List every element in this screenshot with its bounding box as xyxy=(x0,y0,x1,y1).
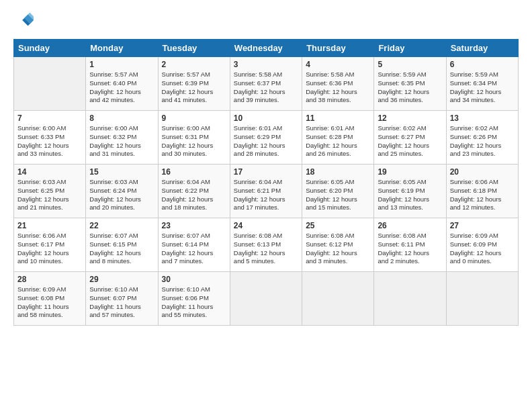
calendar-cell: 17Sunrise: 6:04 AM Sunset: 6:21 PM Dayli… xyxy=(230,165,302,218)
day-number: 11 xyxy=(306,113,370,123)
day-number: 14 xyxy=(17,167,82,177)
day-number: 22 xyxy=(89,221,154,230)
day-info: Sunrise: 6:01 AM Sunset: 6:29 PM Dayligh… xyxy=(234,124,298,158)
calendar-cell: 8Sunrise: 6:00 AM Sunset: 6:32 PM Daylig… xyxy=(86,111,158,165)
calendar-cell: 9Sunrise: 6:00 AM Sunset: 6:31 PM Daylig… xyxy=(158,111,230,165)
day-number: 28 xyxy=(17,275,82,284)
col-header-sunday: Sunday xyxy=(14,40,86,57)
day-info: Sunrise: 6:01 AM Sunset: 6:28 PM Dayligh… xyxy=(306,124,370,158)
col-header-wednesday: Wednesday xyxy=(230,40,302,57)
calendar-table: SundayMondayTuesdayWednesdayThursdayFrid… xyxy=(13,39,519,326)
calendar-cell: 15Sunrise: 6:03 AM Sunset: 6:24 PM Dayli… xyxy=(86,165,158,218)
calendar-cell: 5Sunrise: 5:59 AM Sunset: 6:35 PM Daylig… xyxy=(374,57,446,111)
header-row: SundayMondayTuesdayWednesdayThursdayFrid… xyxy=(14,40,519,57)
day-number: 4 xyxy=(306,60,370,69)
day-info: Sunrise: 5:57 AM Sunset: 6:39 PM Dayligh… xyxy=(162,71,226,105)
day-number: 30 xyxy=(162,275,226,284)
day-info: Sunrise: 6:00 AM Sunset: 6:33 PM Dayligh… xyxy=(17,124,82,158)
day-info: Sunrise: 5:57 AM Sunset: 6:40 PM Dayligh… xyxy=(89,71,154,105)
day-number: 5 xyxy=(378,60,442,69)
day-info: Sunrise: 6:07 AM Sunset: 6:15 PM Dayligh… xyxy=(89,232,154,266)
day-info: Sunrise: 6:02 AM Sunset: 6:26 PM Dayligh… xyxy=(450,124,515,158)
col-header-monday: Monday xyxy=(86,40,158,57)
day-number: 8 xyxy=(89,113,154,123)
calendar-cell: 19Sunrise: 6:05 AM Sunset: 6:19 PM Dayli… xyxy=(374,165,446,218)
col-header-friday: Friday xyxy=(374,40,446,57)
week-row-3: 14Sunrise: 6:03 AM Sunset: 6:25 PM Dayli… xyxy=(14,165,519,218)
calendar-cell: 20Sunrise: 6:06 AM Sunset: 6:18 PM Dayli… xyxy=(446,165,518,218)
calendar-cell: 26Sunrise: 6:08 AM Sunset: 6:11 PM Dayli… xyxy=(374,218,446,272)
day-number: 10 xyxy=(234,113,298,123)
day-info: Sunrise: 5:59 AM Sunset: 6:35 PM Dayligh… xyxy=(378,71,442,105)
calendar-cell: 2Sunrise: 5:57 AM Sunset: 6:39 PM Daylig… xyxy=(158,57,230,111)
calendar-cell: 7Sunrise: 6:00 AM Sunset: 6:33 PM Daylig… xyxy=(14,111,86,165)
calendar-cell: 6Sunrise: 5:59 AM Sunset: 6:34 PM Daylig… xyxy=(446,57,518,111)
header xyxy=(13,11,519,32)
calendar-cell xyxy=(302,272,374,326)
calendar-cell xyxy=(374,272,446,326)
day-number: 20 xyxy=(450,167,515,177)
day-info: Sunrise: 6:04 AM Sunset: 6:22 PM Dayligh… xyxy=(162,178,226,212)
day-number: 9 xyxy=(162,113,226,123)
day-number: 29 xyxy=(89,275,154,284)
calendar-cell: 14Sunrise: 6:03 AM Sunset: 6:25 PM Dayli… xyxy=(14,165,86,218)
day-number: 25 xyxy=(306,221,370,230)
calendar-cell: 18Sunrise: 6:05 AM Sunset: 6:20 PM Dayli… xyxy=(302,165,374,218)
calendar-cell: 22Sunrise: 6:07 AM Sunset: 6:15 PM Dayli… xyxy=(86,218,158,272)
week-row-5: 28Sunrise: 6:09 AM Sunset: 6:08 PM Dayli… xyxy=(14,272,519,326)
calendar-cell: 12Sunrise: 6:02 AM Sunset: 6:27 PM Dayli… xyxy=(374,111,446,165)
day-info: Sunrise: 5:58 AM Sunset: 6:37 PM Dayligh… xyxy=(234,71,298,105)
day-info: Sunrise: 6:10 AM Sunset: 6:06 PM Dayligh… xyxy=(162,285,226,320)
calendar-cell: 29Sunrise: 6:10 AM Sunset: 6:07 PM Dayli… xyxy=(86,272,158,326)
calendar-cell: 25Sunrise: 6:08 AM Sunset: 6:12 PM Dayli… xyxy=(302,218,374,272)
day-number: 6 xyxy=(450,60,515,69)
calendar-cell: 1Sunrise: 5:57 AM Sunset: 6:40 PM Daylig… xyxy=(86,57,158,111)
calendar-cell: 16Sunrise: 6:04 AM Sunset: 6:22 PM Dayli… xyxy=(158,165,230,218)
calendar-cell: 30Sunrise: 6:10 AM Sunset: 6:06 PM Dayli… xyxy=(158,272,230,326)
day-info: Sunrise: 6:07 AM Sunset: 6:14 PM Dayligh… xyxy=(162,232,226,266)
day-info: Sunrise: 6:09 AM Sunset: 6:09 PM Dayligh… xyxy=(450,232,515,266)
col-header-thursday: Thursday xyxy=(302,40,374,57)
logo xyxy=(13,11,34,32)
calendar-cell: 24Sunrise: 6:08 AM Sunset: 6:13 PM Dayli… xyxy=(230,218,302,272)
week-row-1: 1Sunrise: 5:57 AM Sunset: 6:40 PM Daylig… xyxy=(14,57,519,111)
day-info: Sunrise: 6:03 AM Sunset: 6:24 PM Dayligh… xyxy=(89,178,154,212)
day-info: Sunrise: 6:08 AM Sunset: 6:12 PM Dayligh… xyxy=(306,232,370,266)
calendar-cell xyxy=(446,272,518,326)
day-info: Sunrise: 6:04 AM Sunset: 6:21 PM Dayligh… xyxy=(234,178,298,212)
calendar-cell xyxy=(14,57,86,111)
day-info: Sunrise: 6:05 AM Sunset: 6:20 PM Dayligh… xyxy=(306,178,370,212)
calendar-cell: 27Sunrise: 6:09 AM Sunset: 6:09 PM Dayli… xyxy=(446,218,518,272)
day-number: 2 xyxy=(162,60,226,69)
day-info: Sunrise: 5:58 AM Sunset: 6:36 PM Dayligh… xyxy=(306,71,370,105)
day-info: Sunrise: 6:06 AM Sunset: 6:17 PM Dayligh… xyxy=(17,232,82,266)
day-info: Sunrise: 6:09 AM Sunset: 6:08 PM Dayligh… xyxy=(17,285,82,320)
day-info: Sunrise: 6:00 AM Sunset: 6:31 PM Dayligh… xyxy=(162,124,226,158)
day-info: Sunrise: 6:05 AM Sunset: 6:19 PM Dayligh… xyxy=(378,178,442,212)
day-number: 13 xyxy=(450,113,515,123)
page: SundayMondayTuesdayWednesdayThursdayFrid… xyxy=(0,0,532,411)
logo-icon xyxy=(15,11,34,30)
day-info: Sunrise: 6:06 AM Sunset: 6:18 PM Dayligh… xyxy=(450,178,515,212)
day-number: 23 xyxy=(162,221,226,230)
day-info: Sunrise: 6:10 AM Sunset: 6:07 PM Dayligh… xyxy=(89,285,154,320)
calendar-cell: 10Sunrise: 6:01 AM Sunset: 6:29 PM Dayli… xyxy=(230,111,302,165)
day-info: Sunrise: 5:59 AM Sunset: 6:34 PM Dayligh… xyxy=(450,71,515,105)
week-row-4: 21Sunrise: 6:06 AM Sunset: 6:17 PM Dayli… xyxy=(14,218,519,272)
day-number: 7 xyxy=(17,113,82,123)
calendar-cell: 11Sunrise: 6:01 AM Sunset: 6:28 PM Dayli… xyxy=(302,111,374,165)
day-info: Sunrise: 6:02 AM Sunset: 6:27 PM Dayligh… xyxy=(378,124,442,158)
day-number: 26 xyxy=(378,221,442,230)
day-number: 3 xyxy=(234,60,298,69)
day-number: 15 xyxy=(89,167,154,177)
calendar-cell xyxy=(230,272,302,326)
calendar-cell: 21Sunrise: 6:06 AM Sunset: 6:17 PM Dayli… xyxy=(14,218,86,272)
col-header-saturday: Saturday xyxy=(446,40,518,57)
day-number: 19 xyxy=(378,167,442,177)
day-info: Sunrise: 6:03 AM Sunset: 6:25 PM Dayligh… xyxy=(17,178,82,212)
col-header-tuesday: Tuesday xyxy=(158,40,230,57)
day-number: 17 xyxy=(234,167,298,177)
calendar-cell: 23Sunrise: 6:07 AM Sunset: 6:14 PM Dayli… xyxy=(158,218,230,272)
day-number: 12 xyxy=(378,113,442,123)
day-number: 18 xyxy=(306,167,370,177)
